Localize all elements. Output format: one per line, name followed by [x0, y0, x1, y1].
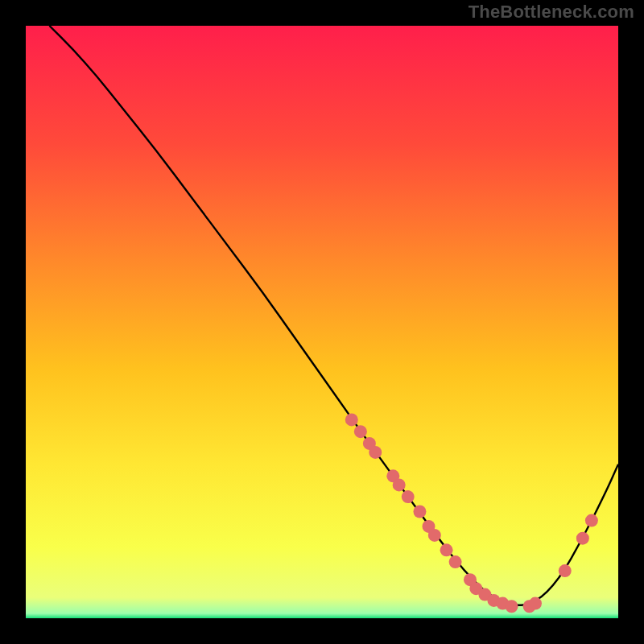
curve-path	[49, 26, 618, 605]
data-marker	[576, 532, 589, 545]
data-marker	[369, 446, 382, 459]
plot-area	[26, 26, 618, 618]
data-marker	[506, 600, 518, 613]
data-marker	[529, 597, 542, 610]
chart-stage: TheBottleneck.com	[0, 0, 644, 644]
data-marker	[413, 506, 426, 518]
data-marker	[345, 413, 358, 426]
data-marker	[402, 490, 415, 503]
marker-layer	[345, 413, 598, 613]
data-marker	[354, 425, 367, 438]
watermark-text: TheBottleneck.com	[469, 2, 634, 23]
data-marker	[428, 529, 441, 542]
plot-svg	[26, 26, 618, 618]
data-marker	[559, 564, 572, 577]
data-marker	[449, 555, 462, 568]
data-marker	[440, 543, 453, 556]
data-marker	[585, 514, 598, 527]
data-marker	[393, 478, 406, 491]
